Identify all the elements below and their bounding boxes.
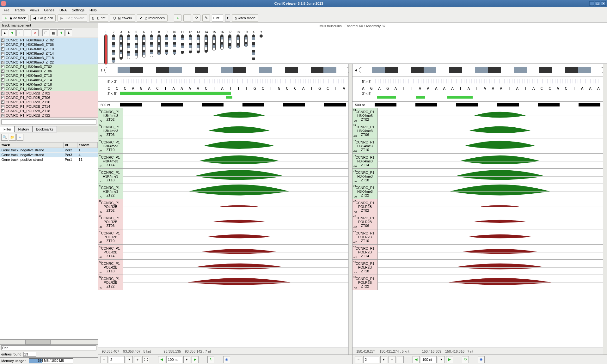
- menu-settings[interactable]: Settings: [69, 8, 87, 13]
- checkbox-icon[interactable]: [1, 109, 4, 112]
- page-select[interactable]: 2: [109, 356, 125, 363]
- redo-btn-r[interactable]: ↻: [462, 356, 469, 363]
- checkbox-icon[interactable]: [1, 74, 4, 77]
- fit-btn[interactable]: ⛶: [142, 356, 149, 363]
- chromosome-11[interactable]: 11: [181, 30, 184, 54]
- checkbox-icon[interactable]: [1, 52, 4, 55]
- filter-input[interactable]: [1, 345, 96, 350]
- checkbox-icon[interactable]: [1, 65, 4, 68]
- switch-mode-button[interactable]: switch mode: [232, 14, 258, 22]
- add-button[interactable]: +: [16, 29, 23, 36]
- checkbox-icon[interactable]: [1, 114, 4, 117]
- fit-btn-r[interactable]: ⛶: [397, 356, 404, 363]
- chromosome-7[interactable]: 7: [150, 30, 153, 57]
- h-scrollbar[interactable]: [0, 339, 98, 344]
- maximize-button[interactable]: □: [595, 1, 600, 6]
- edit-button[interactable]: ✎: [202, 14, 210, 22]
- col-id[interactable]: id: [64, 143, 77, 148]
- globe-btn[interactable]: ◉: [223, 356, 230, 363]
- menu-views[interactable]: Views: [27, 8, 41, 13]
- prev-btn[interactable]: ◀: [158, 356, 165, 363]
- zoom-dd[interactable]: ▾: [183, 356, 190, 363]
- track-item[interactable]: CCNRC_P1_H3K36me3_ZT18: [0, 56, 98, 60]
- print-button[interactable]: ⎙Print: [89, 14, 108, 22]
- checkbox-icon[interactable]: [1, 70, 4, 73]
- track-item[interactable]: CCNRC_P1_H3K4me3_ZT06: [0, 69, 98, 73]
- chromosome-bar-right[interactable]: [359, 67, 604, 73]
- add-filter-button[interactable]: +: [16, 134, 23, 141]
- add-track-button[interactable]: +AAdd trackdd track: [2, 14, 28, 22]
- v-scrollbar-right[interactable]: [603, 64, 607, 355]
- track-item[interactable]: CCNRC_P1_H3K36me3_ZT02: [0, 38, 98, 42]
- chromosome-14[interactable]: 14: [205, 30, 208, 53]
- delete-button[interactable]: ✕: [32, 29, 39, 36]
- chromosome-17[interactable]: 17: [228, 30, 232, 49]
- chromosome-1[interactable]: 1: [104, 30, 107, 64]
- track-item[interactable]: CCNRC_P1_H3K4me3_ZT14: [0, 78, 98, 82]
- folder-button[interactable]: 📁: [9, 134, 16, 141]
- track-item[interactable]: CCNRC_P1_POLR2B_ZT18: [0, 109, 98, 113]
- track-item[interactable]: CCNRC_P1_POLR2B_ZT02: [0, 91, 98, 95]
- up-button[interactable]: ▲: [1, 29, 8, 36]
- col-chrom[interactable]: chrom.: [77, 143, 98, 148]
- page-dd-r[interactable]: ▾: [380, 356, 387, 363]
- track-search-input[interactable]: [1, 119, 96, 124]
- track-item[interactable]: CCNRC_P1_POLR2B_ZT22: [0, 113, 98, 118]
- chromosome-19[interactable]: 19: [244, 30, 248, 47]
- checkbox-icon[interactable]: [1, 47, 4, 51]
- prev-btn-r[interactable]: ◀: [413, 356, 420, 363]
- track-item[interactable]: CCNRC_P1_H3K36me3_ZT06: [0, 42, 98, 47]
- zoom-out-button[interactable]: −: [183, 14, 191, 22]
- track-item[interactable]: CCNRC_P1_H3K36me3_ZT14: [0, 51, 98, 56]
- menu-tracks[interactable]: Tracks: [12, 8, 28, 13]
- chromosome-2[interactable]: 2: [112, 30, 115, 63]
- go-back-button[interactable]: ◀Go back: [30, 14, 56, 22]
- track-item[interactable]: CCNRC_P1_H3K4me3_ZT10: [0, 73, 98, 78]
- track-item[interactable]: CCNRC_P1_H3K36me3_ZT10: [0, 47, 98, 51]
- globe-btn-r[interactable]: ◉: [478, 356, 485, 363]
- track-item[interactable]: CCNRC_P1_H3K4me3_ZT18: [0, 82, 98, 87]
- checkbox-icon[interactable]: [1, 105, 4, 108]
- col-track[interactable]: track: [0, 143, 64, 148]
- page-dd[interactable]: ▾: [126, 356, 133, 363]
- chromosome-bar-left[interactable]: [104, 67, 350, 73]
- zoom-in-btn[interactable]: +: [134, 356, 141, 363]
- preferences-button[interactable]: ✔Preferences: [137, 14, 168, 22]
- chromosome-8[interactable]: 8: [157, 30, 161, 55]
- close-button[interactable]: ✕: [601, 1, 606, 6]
- chromosome-5[interactable]: 5: [135, 30, 138, 58]
- checkbox-icon[interactable]: [1, 56, 4, 59]
- track-item[interactable]: CCNRC_P1_POLR2B_ZT06: [0, 95, 98, 100]
- track-item[interactable]: CCNRC_P1_POLR2B_ZT10: [0, 100, 98, 104]
- next-btn[interactable]: ▶: [192, 356, 199, 363]
- track-item[interactable]: CCNRC_P1_POLR2B_ZT14: [0, 104, 98, 109]
- chromosome-15[interactable]: 15: [212, 30, 216, 51]
- tab-bookmarks[interactable]: Bookmarks: [33, 126, 57, 132]
- table-row[interactable]: Gene track, negative strandPer34: [0, 153, 98, 157]
- zoom-in-btn-r[interactable]: +: [389, 356, 395, 363]
- network-button[interactable]: ⬡Network: [110, 14, 135, 22]
- checkbox-icon[interactable]: [1, 43, 4, 46]
- checkbox-icon[interactable]: [1, 61, 4, 64]
- minimize-button[interactable]: _: [589, 1, 594, 6]
- nt-input[interactable]: 0 nt: [212, 15, 223, 21]
- chromosome-3[interactable]: 3: [120, 30, 123, 60]
- remove-button[interactable]: −: [24, 29, 31, 36]
- checkbox-icon[interactable]: [1, 39, 4, 42]
- track-item[interactable]: CCNRC_P1_H3K36me3_ZT22: [0, 60, 98, 64]
- chromosome-Y[interactable]: Y: [260, 30, 263, 38]
- zoom-select-r[interactable]: 100 nt: [421, 356, 437, 363]
- checkbox-icon[interactable]: [1, 87, 4, 90]
- redo-btn[interactable]: ↻: [207, 356, 214, 363]
- zoom-select[interactable]: 100 nt: [166, 356, 182, 363]
- menu-help[interactable]: Help: [87, 8, 99, 13]
- chromosome-4[interactable]: 4: [127, 30, 130, 59]
- chromosome-10[interactable]: 10: [173, 30, 176, 55]
- down-button[interactable]: ▼: [9, 29, 16, 36]
- go-forward-button[interactable]: ▶Go forward: [58, 14, 87, 22]
- karyotype[interactable]: 12345678910111213141516171819XY: [98, 29, 607, 64]
- checkbox-icon[interactable]: [1, 78, 4, 82]
- zoom-dd-r[interactable]: ▾: [438, 356, 445, 363]
- v-scrollbar-left[interactable]: [348, 64, 352, 355]
- page-select-r[interactable]: 2: [363, 356, 379, 363]
